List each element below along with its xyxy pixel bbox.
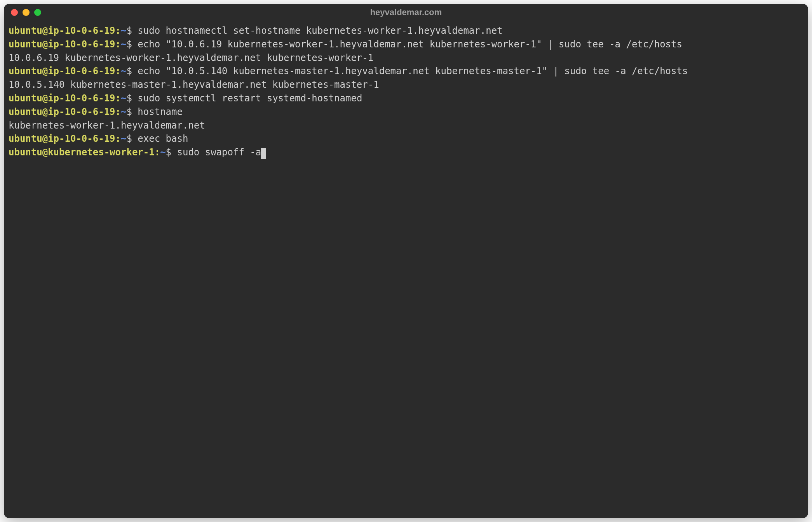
prompt-command: sudo hostnamectl set-hostname kubernetes… xyxy=(138,25,502,36)
prompt-path: ~ xyxy=(160,147,166,158)
terminal-output-line: 10.0.5.140 kubernetes-master-1.heyvaldem… xyxy=(9,78,803,92)
close-icon[interactable] xyxy=(11,9,18,16)
terminal-prompt-line: ubuntu@ip-10-0-6-19:~$ echo "10.0.5.140 … xyxy=(9,64,803,78)
prompt-command: exec bash xyxy=(138,133,188,144)
prompt-path: ~ xyxy=(121,25,126,36)
terminal-output-line: 10.0.6.19 kubernetes-worker-1.heyvaldema… xyxy=(9,51,803,65)
terminal-prompt-line: ubuntu@kubernetes-worker-1:~$ sudo swapo… xyxy=(9,146,803,159)
prompt-command: echo "10.0.5.140 kubernetes-master-1.hey… xyxy=(138,66,688,77)
prompt-path: ~ xyxy=(121,133,126,144)
terminal-prompt-line: ubuntu@ip-10-0-6-19:~$ echo "10.0.6.19 k… xyxy=(9,38,803,51)
output-text: kubernetes-worker-1.heyvaldemar.net xyxy=(9,120,205,131)
prompt-user-host: ubuntu@ip-10-0-6-19 xyxy=(9,66,115,77)
prompt-dollar: $ xyxy=(126,25,138,36)
window-title: heyvaldemar.com xyxy=(370,7,442,17)
prompt-path: ~ xyxy=(121,66,126,77)
terminal-output-line: kubernetes-worker-1.heyvaldemar.net xyxy=(9,119,803,132)
prompt-command: hostname xyxy=(138,106,183,117)
terminal-prompt-line: ubuntu@ip-10-0-6-19:~$ exec bash xyxy=(9,132,803,146)
output-text: 10.0.6.19 kubernetes-worker-1.heyvaldema… xyxy=(9,52,373,63)
prompt-user-host: ubuntu@ip-10-0-6-19 xyxy=(9,106,115,117)
prompt-dollar: $ xyxy=(126,39,138,50)
prompt-colon: : xyxy=(115,106,121,117)
prompt-dollar: $ xyxy=(126,133,138,144)
prompt-colon: : xyxy=(115,133,121,144)
prompt-colon: : xyxy=(155,147,160,158)
prompt-path: ~ xyxy=(121,39,126,50)
titlebar: heyvaldemar.com xyxy=(4,4,808,21)
prompt-user-host: ubuntu@ip-10-0-6-19 xyxy=(9,25,115,36)
prompt-colon: : xyxy=(115,39,121,50)
prompt-command: echo "10.0.6.19 kubernetes-worker-1.heyv… xyxy=(138,39,682,50)
traffic-lights xyxy=(11,9,41,16)
output-text: 10.0.5.140 kubernetes-master-1.heyvaldem… xyxy=(9,79,379,90)
prompt-command: sudo swapoff -a xyxy=(177,147,261,158)
terminal-window: heyvaldemar.com ubuntu@ip-10-0-6-19:~$ s… xyxy=(4,4,808,518)
prompt-colon: : xyxy=(115,25,121,36)
maximize-icon[interactable] xyxy=(34,9,41,16)
prompt-dollar: $ xyxy=(126,106,138,117)
terminal-prompt-line: ubuntu@ip-10-0-6-19:~$ sudo systemctl re… xyxy=(9,92,803,105)
prompt-user-host: ubuntu@kubernetes-worker-1 xyxy=(9,147,155,158)
minimize-icon[interactable] xyxy=(23,9,30,16)
terminal-prompt-line: ubuntu@ip-10-0-6-19:~$ hostname xyxy=(9,105,803,119)
prompt-dollar: $ xyxy=(126,66,138,77)
prompt-command: sudo systemctl restart systemd-hostnamed xyxy=(138,93,362,104)
prompt-path: ~ xyxy=(121,106,126,117)
prompt-user-host: ubuntu@ip-10-0-6-19 xyxy=(9,93,115,104)
prompt-dollar: $ xyxy=(126,93,138,104)
terminal-prompt-line: ubuntu@ip-10-0-6-19:~$ sudo hostnamectl … xyxy=(9,24,803,38)
cursor-icon xyxy=(261,148,266,159)
prompt-user-host: ubuntu@ip-10-0-6-19 xyxy=(9,133,115,144)
prompt-dollar: $ xyxy=(166,147,177,158)
prompt-path: ~ xyxy=(121,93,126,104)
prompt-colon: : xyxy=(115,93,121,104)
terminal-body[interactable]: ubuntu@ip-10-0-6-19:~$ sudo hostnamectl … xyxy=(4,21,808,518)
prompt-user-host: ubuntu@ip-10-0-6-19 xyxy=(9,39,115,50)
prompt-colon: : xyxy=(115,66,121,77)
